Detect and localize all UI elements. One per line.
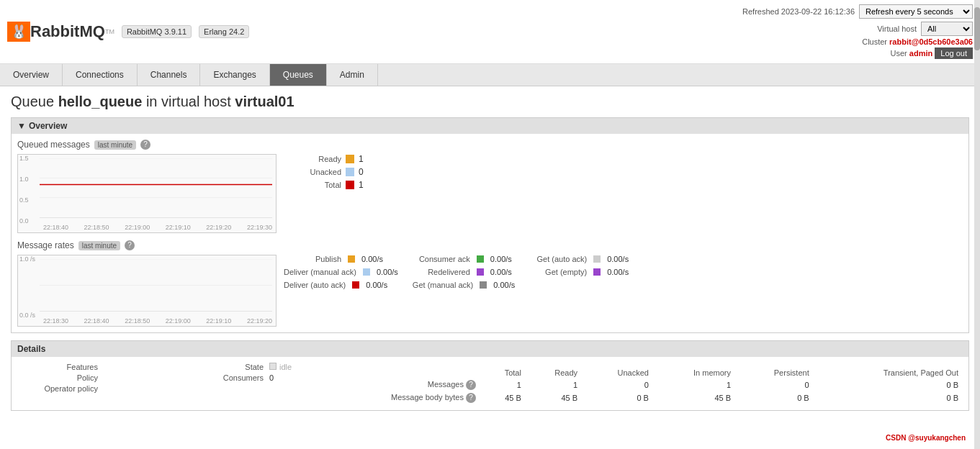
y-label-3: 0.5	[19, 196, 29, 204]
y-label-1: 1.5	[19, 155, 29, 162]
messages-in-memory: 1	[653, 378, 735, 391]
header: 🐰 RabbitMQ TM RabbitMQ 3.9.11 Erlang 24.…	[0, 0, 980, 64]
unacked-label: Unacked	[291, 168, 341, 176]
logo-tm: TM	[105, 28, 114, 35]
rate-get-empty: Get (empty) 0.00/s	[529, 268, 629, 276]
nav-channels[interactable]: Channels	[138, 64, 201, 86]
get-manual-value: 0.00/s	[493, 281, 515, 289]
rates-y-labels: 1.0 /s 0.0 /s	[19, 255, 35, 319]
scrollbar-thumb[interactable]	[974, 7, 980, 50]
features-row: Features	[17, 363, 161, 371]
queued-messages-label: Queued messages	[17, 140, 90, 150]
rate-get-manual: Get (manual ack) 0.00/s	[413, 281, 515, 289]
details-title: Details	[17, 344, 45, 354]
rates-line-area	[40, 259, 272, 312]
logout-button[interactable]: Log out	[935, 47, 973, 59]
refresh-select[interactable]: Refresh every 5 seconds Refresh every 10…	[859, 4, 973, 19]
overview-title: Overview	[29, 121, 67, 131]
table-row-messages: Messages ? 1 1 0 1 0 0 B	[313, 378, 963, 391]
logo-rabbit-icon: 🐰	[7, 22, 30, 42]
messages-label: Messages ?	[313, 378, 480, 391]
chart-svg	[40, 158, 272, 218]
body-bytes-label: Message body bytes ?	[313, 391, 480, 404]
messages-unacked: 0	[582, 378, 653, 391]
rates-svg	[40, 259, 272, 312]
nav-exchanges[interactable]: Exchanges	[200, 64, 269, 86]
message-rates-help[interactable]: ?	[125, 240, 135, 250]
queue-name: hello_queue	[58, 94, 143, 109]
message-rates-label: Message rates	[17, 240, 74, 250]
erlang-version: Erlang 24.2	[199, 25, 249, 38]
details-section: Details Features Policy Operator policy	[11, 340, 969, 411]
th-transient: Transient, Paged Out	[814, 367, 963, 378]
messages-transient: 0 B	[814, 378, 963, 391]
logo: 🐰 RabbitMQ TM	[7, 22, 114, 42]
queue-vhost: virtual01	[235, 94, 294, 109]
consumer-ack-color	[477, 255, 484, 263]
th-ready: Ready	[526, 367, 582, 378]
consumers-value: 0	[269, 373, 274, 382]
details-stats-table: Total Ready Unacked In memory Persistent…	[313, 367, 963, 404]
refresh-row: Refreshed 2023-09-22 16:12:36 Refresh ev…	[742, 4, 973, 19]
th-empty	[313, 367, 480, 378]
messages-persistent: 0	[735, 378, 814, 391]
virtual-host-select[interactable]: All virtual01	[921, 22, 973, 36]
get-manual-color	[480, 281, 487, 289]
cluster-value: rabbit@0d5cb60e3a06	[889, 37, 973, 46]
body-bytes-transient: 0 B	[814, 391, 963, 404]
th-total: Total	[480, 367, 526, 378]
policy-row: Policy	[17, 373, 161, 382]
deliver-manual-color	[363, 268, 370, 276]
total-value: 1	[359, 180, 364, 190]
nav-queues[interactable]: Queues	[270, 64, 327, 86]
queued-messages-chart: 1.5 1.0 0.5 0.0	[17, 154, 277, 233]
body-bytes-persistent: 0 B	[735, 391, 814, 404]
nav-admin[interactable]: Admin	[327, 64, 378, 86]
overview-section-header[interactable]: ▼ Overview	[12, 118, 968, 134]
chart-x-labels: 22:18:40 22:18:50 22:19:00 22:19:10 22:1…	[43, 224, 272, 231]
details-left: Features Policy Operator policy	[17, 363, 161, 404]
cluster-label: Cluster	[862, 37, 887, 46]
state-value: idle	[279, 363, 292, 371]
consumers-label: Consumers	[183, 373, 269, 382]
get-auto-label: Get (auto ack)	[529, 255, 587, 263]
messages-help[interactable]: ?	[466, 380, 476, 390]
details-section-content: Features Policy Operator policy	[12, 357, 968, 410]
rate-deliver-auto: Deliver (auto ack) 0.00/s	[284, 281, 398, 289]
get-empty-label: Get (empty)	[529, 268, 587, 276]
vhost-row: Virtual host All virtual01	[742, 22, 973, 36]
rate-redelivered: Redelivered 0.00/s	[413, 268, 515, 276]
rate-consumer-ack: Consumer ack 0.00/s	[413, 255, 515, 263]
get-empty-color	[593, 268, 601, 276]
queued-messages-help[interactable]: ?	[140, 140, 150, 150]
deliver-auto-value: 0.00/s	[366, 281, 387, 289]
total-color	[346, 181, 354, 189]
get-manual-label: Get (manual ack)	[413, 281, 473, 289]
body-bytes-help[interactable]: ?	[466, 393, 476, 403]
consumers-row: Consumers 0	[183, 373, 292, 382]
message-rates-title: Message rates last minute ?	[17, 240, 963, 250]
scrollbar[interactable]	[974, 0, 980, 425]
last-minute-badge: last minute	[94, 140, 136, 150]
state-row: State idle	[183, 363, 292, 371]
th-in-memory: In memory	[653, 367, 735, 378]
table-header-row: Total Ready Unacked In memory Persistent…	[313, 367, 963, 378]
features-label: Features	[17, 363, 104, 371]
nav-connections[interactable]: Connections	[63, 64, 138, 86]
deliver-manual-value: 0.00/s	[377, 268, 398, 276]
publish-label: Publish	[284, 255, 341, 263]
state-label: State	[183, 363, 269, 371]
chart-line-area	[40, 158, 272, 218]
logo-area: 🐰 RabbitMQ TM RabbitMQ 3.9.11 Erlang 24.…	[7, 22, 249, 42]
top-right: Refreshed 2023-09-22 16:12:36 Refresh ev…	[742, 4, 973, 59]
details-section-header[interactable]: Details	[12, 341, 968, 357]
queued-messages-title: Queued messages last minute ?	[17, 140, 963, 150]
message-rates-chart: 1.0 /s 0.0 /s 22:18:30 22:18:40	[17, 255, 277, 327]
get-empty-value: 0.00/s	[607, 268, 629, 276]
nav-overview[interactable]: Overview	[0, 64, 63, 86]
virtual-host-label: Virtual host	[877, 24, 917, 33]
deliver-manual-label: Deliver (manual ack)	[284, 268, 356, 276]
rabbitmq-version: RabbitMQ 3.9.11	[122, 25, 192, 38]
ready-label: Ready	[291, 155, 341, 163]
redelivered-value: 0.00/s	[490, 268, 512, 276]
